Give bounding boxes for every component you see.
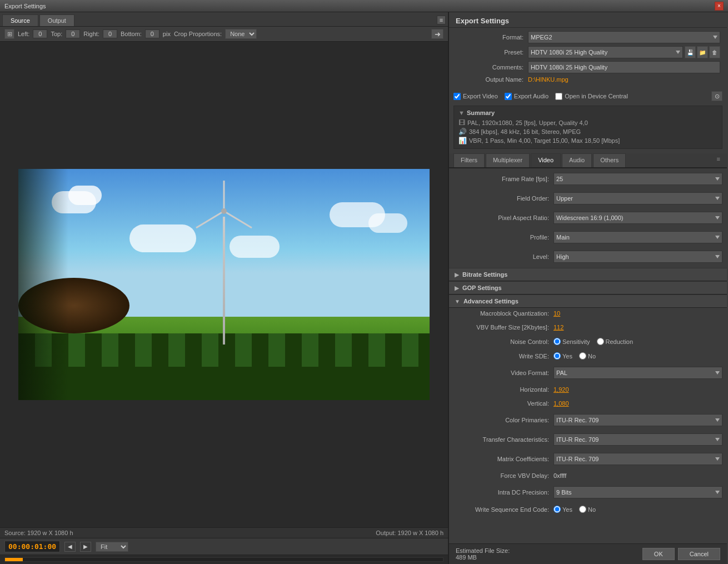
preset-delete-icon[interactable]: 🗑	[709, 46, 720, 58]
frame-rate-select[interactable]: 25 24 30	[554, 173, 722, 185]
preset-select[interactable]: HDTV 1080i 25 High Quality	[528, 46, 683, 58]
export-arrow-icon[interactable]: ➜	[431, 29, 443, 39]
vertical-label: Vertical:	[453, 400, 554, 407]
crop-right-input[interactable]	[103, 29, 117, 38]
tab-multiplexer[interactable]: Multiplexer	[486, 153, 530, 167]
bitrate-settings-collapse[interactable]: ▶ Bitrate Settings	[449, 268, 727, 281]
noise-sensitivity-radio[interactable]: Sensitivity	[554, 338, 590, 345]
advanced-arrow-icon: ▼	[455, 298, 460, 305]
svg-line-1	[224, 211, 252, 228]
status-bar: Source: 1920 w X 1080 h Output: 1920 w X…	[0, 527, 448, 538]
transfer-characteristics-select[interactable]: ITU-R Rec. 709	[554, 433, 722, 446]
panel-menu-icon[interactable]: ≡	[437, 16, 446, 24]
noise-reduction-radio[interactable]: Reduction	[597, 338, 634, 345]
macroblock-quantization-value[interactable]: 10	[554, 310, 560, 317]
horizontal-value[interactable]: 1,920	[554, 386, 569, 393]
field-order-row: Field Order: Upper Lower None	[449, 190, 727, 207]
tab-filters[interactable]: Filters	[453, 153, 485, 167]
sequence-end-no-radio[interactable]: No	[579, 506, 596, 513]
crop-left-input[interactable]	[33, 29, 47, 38]
vertical-value[interactable]: 1,080	[554, 400, 569, 407]
open-in-device-central-checkbox[interactable]: Open in Device Central	[555, 93, 628, 100]
intra-dc-precision-label: Intra DC Precision:	[453, 489, 554, 496]
ok-button[interactable]: OK	[642, 548, 675, 560]
write-sde-label: Write SDE:	[453, 353, 554, 360]
intra-dc-precision-select[interactable]: 9 Bits 10 Bits 11 Bits	[554, 486, 722, 498]
next-frame-button[interactable]: ▶	[80, 542, 91, 552]
gop-settings-collapse[interactable]: ▶ GOP Settings	[449, 281, 727, 295]
color-primaries-select[interactable]: ITU-R Rec. 709	[554, 414, 722, 426]
pixel-aspect-ratio-select[interactable]: Widescreen 16:9 (1,000)	[554, 212, 722, 224]
tree-left-overlay	[18, 169, 68, 400]
cloud-2	[68, 186, 102, 205]
export-video-checkbox[interactable]: Export Video	[453, 93, 498, 100]
sequence-end-yes-radio[interactable]: Yes	[554, 506, 572, 513]
timeline-bar[interactable]	[4, 557, 443, 562]
tabs-bar: Filters Multiplexer Video Audio Others ≡	[449, 153, 727, 168]
format-select[interactable]: MPEG2	[528, 31, 720, 43]
tab-menu-icon[interactable]: ≡	[715, 153, 722, 167]
zoom-select[interactable]: Fit 25% 50% 100%	[96, 542, 128, 552]
file-size-info: Estimated File Size: 489 MB	[456, 547, 510, 561]
left-tabs: Source Output ≡	[0, 12, 448, 27]
tab-source[interactable]: Source	[2, 14, 38, 26]
timeline-progress	[5, 558, 23, 561]
comments-label: Comments:	[456, 64, 528, 71]
preset-label: Preset:	[456, 49, 528, 56]
preset-save-icon[interactable]: 💾	[685, 46, 696, 58]
format-section: Format: MPEG2 Preset: HDTV 1080i 25 High…	[449, 28, 727, 89]
preset-folder-icon[interactable]: 📁	[697, 46, 708, 58]
write-sde-yes-radio[interactable]: Yes	[554, 352, 572, 360]
summary-audio-item: 🔊 384 [kbps], 48 kHz, 16 bit, Stereo, MP…	[458, 127, 717, 136]
estimated-file-size-value: 489 MB	[456, 554, 510, 561]
field-order-label: Field Order:	[453, 195, 554, 202]
cloud-4	[368, 213, 407, 233]
timecode-display: 00:00:01:00	[4, 541, 60, 552]
summary-video-item: 🎞 PAL, 1920x1080, 25 [fps], Upper, Quali…	[458, 118, 717, 127]
crop-top-input[interactable]	[66, 29, 80, 38]
transfer-characteristics-row: Transfer Characteristics: ITU-R Rec. 709	[449, 431, 727, 448]
pixel-aspect-ratio-label: Pixel Aspect Ratio:	[453, 214, 554, 221]
cancel-button[interactable]: Cancel	[678, 548, 720, 560]
comments-input[interactable]	[528, 61, 720, 73]
horizontal-row: Horizontal: 1,920	[449, 384, 727, 395]
crop-proportions-label: Crop Proportions:	[174, 31, 222, 37]
tab-others[interactable]: Others	[593, 153, 626, 167]
profile-row: Profile: Main High	[449, 229, 727, 246]
force-vbv-delay-label: Force VBV Delay:	[453, 472, 554, 479]
advanced-settings-collapse[interactable]: ▼ Advanced Settings	[449, 295, 727, 308]
profile-select[interactable]: Main High	[554, 231, 722, 243]
export-audio-checkbox[interactable]: Export Audio	[505, 93, 549, 100]
gop-arrow-icon: ▶	[455, 285, 459, 291]
output-dimensions: Output: 1920 w X 1080 h	[376, 530, 443, 536]
tab-audio[interactable]: Audio	[562, 153, 592, 167]
write-sde-radio-group: Yes No	[554, 352, 596, 360]
matrix-coefficients-select[interactable]: ITU-R Rec. 709	[554, 453, 722, 465]
level-select[interactable]: High Main Low	[554, 251, 722, 263]
tab-video[interactable]: Video	[531, 153, 561, 167]
crop-proportions-select[interactable]: None	[225, 29, 257, 39]
write-sequence-end-code-label: Write Sequence End Code:	[453, 506, 554, 513]
write-sde-no-radio[interactable]: No	[579, 352, 596, 360]
prev-frame-button[interactable]: ◀	[64, 542, 76, 552]
export-settings-header: Export Settings	[449, 12, 727, 28]
close-button[interactable]: ×	[715, 2, 724, 11]
tab-output[interactable]: Output	[39, 14, 74, 26]
output-name-label: Output Name:	[456, 76, 528, 83]
video-format-select[interactable]: PAL NTSC	[554, 367, 722, 379]
summary-section: ▼ Summary 🎞 PAL, 1920x1080, 25 [fps], Up…	[453, 106, 722, 149]
video-settings: Frame Rate [fps]: 25 24 30 Field Order: …	[449, 168, 727, 520]
output-name-link[interactable]: D:\HINKU.mpg	[528, 76, 569, 83]
bottom-bar: Estimated File Size: 489 MB OK Cancel	[449, 543, 727, 564]
vbv-buffer-value[interactable]: 112	[554, 324, 564, 331]
crop-bottom-input[interactable]	[145, 29, 159, 38]
crop-toggle-icon[interactable]: ⊞	[4, 29, 14, 39]
level-row: Level: High Main Low	[449, 248, 727, 265]
checkbox-row: Export Video Export Audio Open in Device…	[449, 89, 727, 103]
field-order-select[interactable]: Upper Lower None	[554, 192, 722, 204]
format-row: Format: MPEG2	[456, 31, 720, 43]
pix-label: pix	[163, 31, 171, 37]
vertical-row: Vertical: 1,080	[449, 398, 727, 409]
sequence-end-code-radio-group: Yes No	[554, 506, 596, 513]
device-central-icon[interactable]: ⊙	[711, 91, 722, 101]
